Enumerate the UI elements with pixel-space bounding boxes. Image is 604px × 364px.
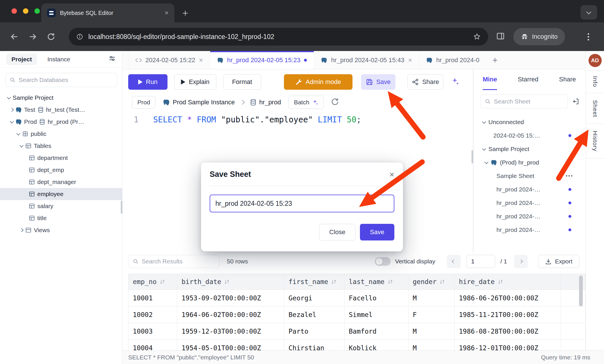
cell[interactable]: 1954-05-01T00:00:00Z bbox=[177, 340, 284, 350]
sort-icon[interactable] bbox=[498, 279, 503, 285]
dialog-save-button[interactable]: Save bbox=[360, 224, 394, 240]
sheet-tab[interactable]: hr_prod 2024-02-05 15:43 × bbox=[314, 51, 419, 69]
cell[interactable]: 1964-06-02T00:00:00Z bbox=[177, 306, 284, 323]
cell[interactable]: M bbox=[408, 340, 455, 350]
column-header[interactable]: last_name bbox=[344, 274, 408, 290]
table-row[interactable]: 10003 1959-12-03T00:00:00Z Parto Bamford… bbox=[128, 323, 586, 340]
table-row[interactable]: 10002 1964-06-02T00:00:00Z Bezalel Simme… bbox=[128, 306, 586, 323]
prev-page-button[interactable] bbox=[447, 255, 461, 268]
cell[interactable]: Chirstian bbox=[284, 340, 344, 350]
window-zoom-button[interactable] bbox=[34, 8, 40, 14]
sheet-tab-active[interactable]: hr_prod 2024-02-05 15:23 bbox=[210, 51, 314, 69]
explain-button[interactable]: Explain bbox=[174, 74, 216, 90]
window-close-button[interactable] bbox=[11, 8, 17, 14]
new-tab-button[interactable] bbox=[178, 6, 192, 20]
tab-share[interactable]: Share bbox=[559, 69, 576, 90]
cell[interactable]: M bbox=[408, 323, 455, 340]
column-header[interactable]: hire_date bbox=[455, 274, 561, 290]
tree-node-views[interactable]: Views bbox=[0, 224, 122, 236]
sheet-db-node[interactable]: (Prod) hr_prod bbox=[474, 156, 586, 169]
sheet-item[interactable]: Sample Sheet bbox=[474, 169, 586, 183]
vertical-display-toggle[interactable] bbox=[375, 257, 391, 266]
tree-node-prod-database[interactable]: Prod hr_prod (Pr… bbox=[0, 116, 122, 128]
browser-tab-close-icon[interactable]: × bbox=[165, 9, 169, 16]
bookmark-star-icon[interactable] bbox=[473, 33, 481, 40]
sheet-group-project[interactable]: Sample Project bbox=[474, 142, 586, 156]
tree-node-table[interactable]: department bbox=[0, 152, 122, 164]
tree-node-table[interactable]: salary bbox=[0, 200, 122, 212]
sheet-group-unconnected[interactable]: Unconnected bbox=[474, 115, 586, 129]
tree-node-table[interactable]: dept_emp bbox=[0, 164, 122, 176]
cell[interactable]: Georgi bbox=[284, 290, 344, 306]
side-panel-button[interactable] bbox=[496, 32, 505, 42]
address-bar[interactable]: localhost:8080/sql-editor/prod-sample-in… bbox=[69, 28, 488, 46]
share-button[interactable]: Share bbox=[408, 74, 443, 90]
sheet-item[interactable]: hr_prod 2024-… bbox=[474, 210, 586, 223]
environment-chip[interactable]: Prod bbox=[132, 96, 155, 109]
browser-tab[interactable]: Bytebase SQL Editor × bbox=[41, 3, 174, 22]
refresh-connection-button[interactable] bbox=[331, 97, 339, 107]
ai-assistant-button[interactable] bbox=[451, 77, 459, 87]
batch-button[interactable]: Batch bbox=[289, 96, 324, 109]
sheet-item[interactable]: hr_prod 2024-… bbox=[474, 223, 586, 236]
more-menu-icon[interactable] bbox=[566, 175, 572, 177]
cell[interactable]: 1953-09-02T00:00:00Z bbox=[177, 290, 284, 306]
sort-icon[interactable] bbox=[159, 279, 165, 285]
reload-button[interactable] bbox=[44, 29, 59, 44]
tab-starred[interactable]: Starred bbox=[518, 69, 538, 90]
close-tab-icon[interactable]: × bbox=[199, 57, 203, 64]
cell[interactable]: Facello bbox=[344, 290, 408, 306]
tree-node-test-database[interactable]: Test hr_test (Test… bbox=[0, 104, 122, 116]
tree-node-schema-public[interactable]: public bbox=[0, 128, 122, 140]
sidebar-tab-project[interactable]: Project bbox=[6, 54, 37, 65]
rail-tab-info[interactable]: Info bbox=[592, 76, 599, 87]
rail-tab-history[interactable]: History bbox=[592, 131, 599, 151]
cell[interactable]: M bbox=[408, 290, 455, 306]
site-info-icon[interactable] bbox=[76, 33, 83, 40]
cell[interactable]: 1986-08-28T00:00:00Z bbox=[455, 323, 561, 340]
run-button[interactable]: Run bbox=[128, 74, 167, 90]
panel-resize-handle[interactable] bbox=[471, 150, 473, 163]
table-row[interactable]: 10001 1953-09-02T00:00:00Z Georgi Facell… bbox=[128, 290, 586, 306]
forward-button[interactable] bbox=[25, 29, 40, 44]
cell[interactable]: 1959-12-03T00:00:00Z bbox=[177, 323, 284, 340]
results-search[interactable] bbox=[128, 255, 219, 268]
save-sheet-button[interactable]: Save bbox=[361, 74, 395, 90]
cell[interactable]: 10001 bbox=[128, 290, 177, 306]
sheet-search-input[interactable] bbox=[494, 98, 564, 105]
instance-breadcrumb[interactable]: Prod Sample Instance bbox=[163, 99, 235, 106]
export-button[interactable]: Export bbox=[538, 255, 579, 268]
tab-mine[interactable]: Mine bbox=[483, 69, 497, 90]
sheet-tab[interactable]: hr_prod 2024-0 bbox=[419, 51, 486, 69]
sidebar-resize-handle[interactable] bbox=[121, 201, 122, 214]
cell[interactable]: Simmel bbox=[344, 306, 408, 323]
tree-node-table[interactable]: dept_manager bbox=[0, 176, 122, 188]
column-header[interactable]: first_name bbox=[284, 274, 344, 290]
results-search-input[interactable] bbox=[142, 258, 215, 265]
column-header[interactable]: emp_no bbox=[128, 274, 177, 290]
tree-node-table[interactable]: title bbox=[0, 212, 122, 224]
cell[interactable]: 1986-06-26T00:00:00Z bbox=[455, 290, 561, 306]
cell[interactable]: F bbox=[408, 306, 455, 323]
table-scrollbar[interactable] bbox=[579, 275, 583, 306]
rail-tab-sheet[interactable]: Sheet bbox=[592, 100, 599, 117]
sort-icon[interactable] bbox=[331, 279, 337, 285]
collapse-panel-icon[interactable] bbox=[572, 98, 579, 105]
new-sheet-tab-button[interactable] bbox=[486, 51, 504, 69]
sort-icon[interactable] bbox=[439, 279, 445, 285]
cell[interactable]: Bezalel bbox=[284, 306, 344, 323]
tree-node-table-employee-selected[interactable]: employee bbox=[0, 188, 122, 200]
cell[interactable]: 10004 bbox=[128, 340, 177, 350]
cell[interactable]: 1985-11-21T00:00:00Z bbox=[455, 306, 561, 323]
tab-search-button[interactable] bbox=[580, 5, 597, 19]
cell[interactable]: Bamford bbox=[344, 323, 408, 340]
cell[interactable]: 1986-12-01T00:00:00Z bbox=[455, 340, 561, 350]
cell[interactable]: 10002 bbox=[128, 306, 177, 323]
sheet-name-input[interactable] bbox=[210, 195, 394, 212]
sort-icon[interactable] bbox=[224, 279, 230, 285]
user-avatar[interactable]: AD bbox=[589, 54, 602, 67]
cell[interactable]: Koblick bbox=[344, 340, 408, 350]
column-header[interactable]: gender bbox=[408, 274, 455, 290]
close-tab-icon[interactable]: × bbox=[408, 57, 412, 64]
cell[interactable]: Parto bbox=[284, 323, 344, 340]
